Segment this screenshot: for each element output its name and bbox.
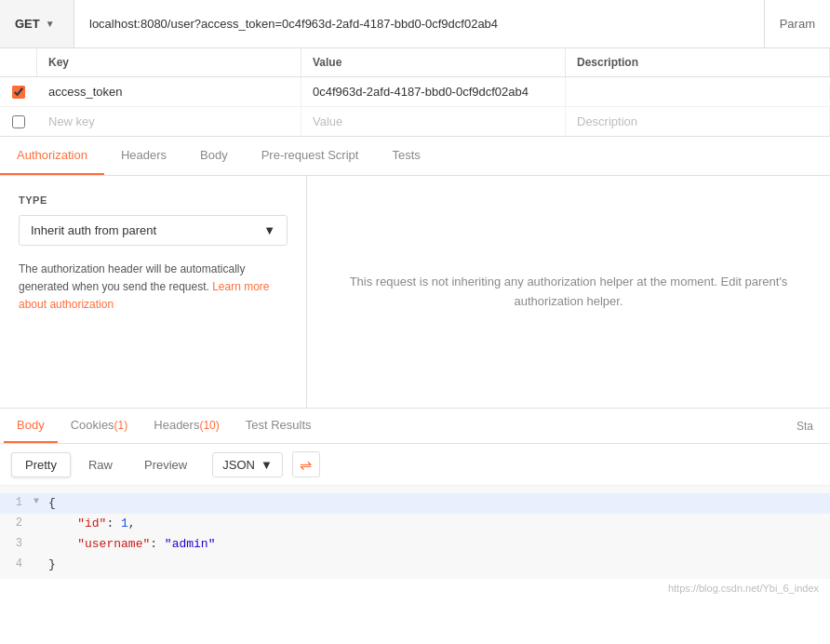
format-select[interactable]: JSON ▼	[212, 452, 283, 477]
params-header: Key Value Description	[0, 48, 830, 77]
line-content-2: "id": 1,	[48, 514, 136, 534]
cookies-tab-label: Cookies	[71, 418, 114, 432]
line-expand-1[interactable]: ▼	[33, 493, 48, 509]
pretty-button[interactable]: Pretty	[11, 452, 71, 477]
bottom-tab-body[interactable]: Body	[4, 409, 58, 443]
new-row-checkbox-cell	[0, 108, 37, 136]
table-row-new: New key Value Description	[0, 107, 830, 136]
cookies-count: (1)	[114, 419, 128, 432]
tab-authorization[interactable]: Authorization	[0, 137, 104, 175]
key-col-header: Key	[37, 48, 301, 76]
auth-left-panel: TYPE Inherit auth from parent ▼ The auth…	[0, 176, 307, 408]
method-chevron-icon: ▼	[46, 19, 55, 29]
auth-desc-text: The authorization header will be automat…	[19, 262, 245, 293]
headers-count: (10)	[199, 419, 219, 432]
raw-button[interactable]: Raw	[74, 452, 127, 477]
line-content-1: {	[48, 493, 56, 514]
footer-link: https://blog.csdn.net/Ybi_6_index	[0, 579, 830, 597]
response-code-area: 1 ▼ { 2 "id": 1, 3 "username": "admin" 4…	[0, 486, 830, 579]
auth-note-text: This request is not inheriting any autho…	[336, 273, 801, 312]
code-line-3: 3 "username": "admin"	[0, 534, 830, 555]
url-input[interactable]	[74, 0, 764, 47]
line-num-1: 1	[0, 493, 33, 512]
request-tabs: Authorization Headers Body Pre-request S…	[0, 137, 830, 176]
new-key-cell[interactable]: New key	[37, 107, 301, 136]
key-cell: access_token	[37, 77, 301, 106]
code-line-4: 4 }	[0, 555, 830, 575]
row-checkbox[interactable]	[12, 86, 25, 99]
new-value-cell[interactable]: Value	[301, 107, 566, 136]
line-content-4: }	[48, 555, 56, 575]
preview-button[interactable]: Preview	[130, 452, 201, 477]
method-dropdown[interactable]: GET ▼	[0, 0, 74, 47]
tab-headers[interactable]: Headers	[104, 137, 183, 175]
response-toolbar: Pretty Raw Preview JSON ▼ ⇌	[0, 444, 830, 486]
line-content-3: "username": "admin"	[48, 534, 215, 555]
type-label: TYPE	[19, 195, 288, 206]
wrap-icon: ⇌	[300, 456, 312, 474]
line-num-3: 3	[0, 534, 33, 553]
format-value: JSON	[222, 458, 255, 472]
params-table: Key Value Description access_token 0c4f9…	[0, 48, 830, 137]
auth-description: The authorization header will be automat…	[19, 261, 288, 315]
row-checkbox-cell	[0, 78, 37, 106]
line-num-4: 4	[0, 555, 33, 573]
code-line-2: 2 "id": 1,	[0, 514, 830, 534]
tab-body[interactable]: Body	[183, 137, 245, 175]
auth-type-select[interactable]: Inherit auth from parent ▼	[19, 215, 288, 246]
description-col-header: Description	[566, 48, 830, 76]
wrap-button[interactable]: ⇌	[292, 451, 320, 477]
footer-url: https://blog.csdn.net/Ybi_6_index	[668, 583, 819, 594]
auth-right-panel: This request is not inheriting any autho…	[307, 176, 830, 408]
tab-tests[interactable]: Tests	[375, 137, 436, 175]
params-button[interactable]: Param	[764, 0, 830, 47]
new-row-checkbox[interactable]	[12, 115, 25, 128]
auth-section: TYPE Inherit auth from parent ▼ The auth…	[0, 176, 830, 409]
bottom-tab-test-results[interactable]: Test Results	[233, 409, 325, 443]
learn-more-text-part2: authorization	[49, 298, 114, 311]
description-cell	[566, 85, 830, 100]
checkbox-col-header	[0, 48, 37, 76]
method-label: GET	[15, 17, 40, 31]
code-line-1: 1 ▼ {	[0, 493, 830, 514]
headers-tab-label: Headers	[154, 418, 199, 432]
line-num-2: 2	[0, 514, 33, 532]
response-tabs: Body Cookies(1) Headers(10) Test Results…	[0, 409, 830, 444]
bottom-tab-cookies[interactable]: Cookies(1)	[58, 409, 141, 443]
value-cell: 0c4f963d-2afd-4187-bbd0-0cf9dcf02ab4	[301, 77, 566, 106]
auth-type-chevron-icon: ▼	[263, 223, 275, 237]
status-label: Sta	[783, 410, 826, 442]
tab-pre-request-script[interactable]: Pre-request Script	[245, 137, 376, 175]
bottom-tab-headers[interactable]: Headers(10)	[141, 409, 232, 443]
auth-type-value: Inherit auth from parent	[31, 223, 156, 237]
new-description-cell[interactable]: Description	[566, 107, 830, 136]
table-row: access_token 0c4f963d-2afd-4187-bbd0-0cf…	[0, 77, 830, 107]
url-bar: GET ▼ Param	[0, 0, 830, 48]
value-col-header: Value	[301, 48, 566, 76]
format-chevron-icon: ▼	[261, 458, 273, 472]
